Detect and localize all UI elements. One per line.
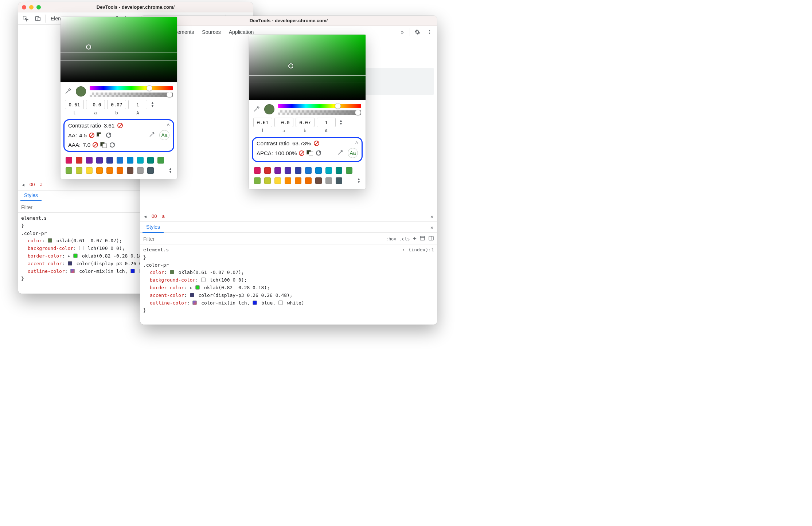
palette-swatch[interactable] (127, 157, 133, 164)
breadcrumb-tab[interactable]: a (38, 182, 44, 187)
eyedropper-icon[interactable] (149, 132, 156, 139)
computed-styles-icon[interactable] (419, 235, 425, 242)
tab-application[interactable]: Application (226, 29, 257, 35)
color-swatch-icon[interactable] (190, 293, 194, 297)
breadcrumb-prev-icon[interactable]: ◂ (143, 213, 148, 219)
palette-swatch[interactable] (336, 167, 342, 174)
alpha-slider[interactable] (90, 93, 173, 97)
refresh-icon[interactable] (110, 142, 115, 148)
color-swatch-icon[interactable] (170, 270, 174, 274)
palette-spinner-icon[interactable]: ▲▼ (169, 167, 172, 174)
palette-swatch[interactable] (315, 177, 322, 184)
palette-swatch[interactable] (127, 167, 133, 174)
css-prop[interactable]: border-color (150, 285, 184, 290)
css-value[interactable]: color-mix(in lch, (79, 268, 130, 274)
color-swatch-icon[interactable] (70, 269, 75, 273)
alpha-slider[interactable] (278, 110, 361, 115)
palette-swatch[interactable] (137, 167, 144, 174)
sv-cursor[interactable] (86, 44, 91, 50)
palette-swatch[interactable] (137, 157, 144, 164)
color-swatch-icon[interactable] (79, 246, 83, 250)
palette-swatch[interactable] (295, 167, 301, 174)
close-window-button[interactable] (22, 5, 26, 9)
palette-swatch[interactable] (117, 157, 123, 164)
breadcrumb-tab[interactable]: 00 (150, 213, 158, 219)
palette-swatch[interactable] (336, 177, 342, 184)
css-prop[interactable]: outline-color (150, 300, 187, 306)
palette-swatch[interactable] (147, 167, 154, 174)
input-a[interactable] (86, 100, 105, 109)
palette-swatch[interactable] (106, 157, 113, 164)
css-value[interactable]: color-mix(in lch, (201, 300, 253, 306)
tab-styles[interactable]: Styles (143, 222, 164, 233)
palette-swatch[interactable] (346, 167, 352, 174)
css-prop[interactable]: color (150, 270, 164, 275)
new-rule-icon[interactable]: + (413, 235, 417, 243)
palette-swatch[interactable] (96, 157, 103, 164)
window-titlebar[interactable]: DevTools - developer.chrome.com/ (18, 2, 253, 12)
color-swatch-icon[interactable] (195, 285, 200, 290)
css-rules-pane[interactable]: (index):1 element.s } .color-pr color: o… (140, 245, 437, 325)
css-value[interactable]: oklab(0.82 -0.28 0.18) (204, 285, 267, 290)
css-selector[interactable]: element.s (143, 247, 169, 252)
format-spinner-icon[interactable]: ▲▼ (151, 101, 154, 108)
css-value[interactable]: lch(100 0 0) (210, 277, 244, 283)
refresh-icon[interactable] (106, 133, 111, 138)
palette-swatch[interactable] (66, 167, 72, 174)
input-b[interactable] (107, 100, 126, 109)
css-prop[interactable]: accent-color (150, 293, 184, 298)
color-swatch-icon[interactable] (253, 301, 257, 305)
palette-swatch[interactable] (76, 167, 82, 174)
more-subtabs-icon[interactable]: » (429, 224, 435, 230)
inspect-element-icon[interactable] (20, 13, 31, 24)
palette-swatch[interactable] (254, 177, 261, 184)
input-b[interactable] (296, 118, 315, 127)
sv-cursor[interactable] (288, 63, 293, 68)
css-selector[interactable]: element.s (21, 215, 47, 221)
palette-spinner-icon[interactable]: ▲▼ (357, 177, 360, 184)
color-swatch-icon[interactable] (68, 261, 72, 266)
palette-swatch[interactable] (295, 177, 301, 184)
device-toolbar-icon[interactable] (33, 13, 43, 24)
sv-area[interactable] (60, 17, 177, 82)
css-prop[interactable]: outline-color (28, 268, 65, 274)
aa-sample-icon[interactable]: Aa (348, 148, 358, 158)
palette-swatch[interactable] (96, 167, 103, 174)
sidebar-toggle-icon[interactable] (428, 235, 434, 242)
css-value[interactable]: blue, (261, 300, 278, 306)
palette-swatch[interactable] (76, 157, 82, 164)
palette-swatch[interactable] (254, 167, 261, 174)
palette-swatch[interactable] (274, 177, 281, 184)
eyedropper-icon[interactable] (253, 106, 261, 113)
palette-swatch[interactable] (315, 167, 322, 174)
palette-swatch[interactable] (325, 167, 332, 174)
breadcrumb-prev-icon[interactable]: ◂ (20, 182, 26, 188)
color-swatch-icon[interactable] (278, 301, 283, 305)
input-alpha[interactable] (317, 118, 336, 127)
breadcrumb-tab[interactable]: 00 (28, 182, 36, 187)
swatch-pair-icon[interactable] (307, 150, 314, 156)
color-swatch-icon[interactable] (73, 254, 78, 258)
color-swatch-icon[interactable] (192, 301, 197, 305)
more-tabs-icon[interactable]: » (397, 27, 407, 37)
color-swatch-icon[interactable] (201, 278, 206, 282)
css-value[interactable]: lch(100 0 0) (88, 246, 122, 251)
css-prop[interactable]: accent-color (28, 261, 62, 266)
tab-sources[interactable]: Sources (199, 29, 223, 35)
format-spinner-icon[interactable]: ▲▼ (339, 119, 343, 126)
palette-swatch[interactable] (305, 167, 312, 174)
settings-gear-icon[interactable] (412, 27, 422, 37)
zoom-window-button[interactable] (36, 5, 41, 9)
input-l[interactable] (65, 100, 84, 109)
css-value[interactable]: oklab(0.61 -0.07 0.07) (179, 270, 241, 275)
sv-area[interactable] (249, 35, 366, 100)
palette-swatch[interactable] (147, 157, 154, 164)
swatch-pair-icon[interactable] (97, 132, 104, 138)
css-value[interactable]: oklab(0.61 -0.07 0.07) (56, 238, 119, 243)
palette-swatch[interactable] (325, 177, 332, 184)
css-value[interactable]: white) (287, 300, 304, 306)
cls-toggle[interactable]: .cls (399, 236, 410, 242)
palette-swatch[interactable] (117, 167, 123, 174)
palette-swatch[interactable] (285, 177, 291, 184)
hov-toggle[interactable]: :hov (386, 236, 397, 242)
